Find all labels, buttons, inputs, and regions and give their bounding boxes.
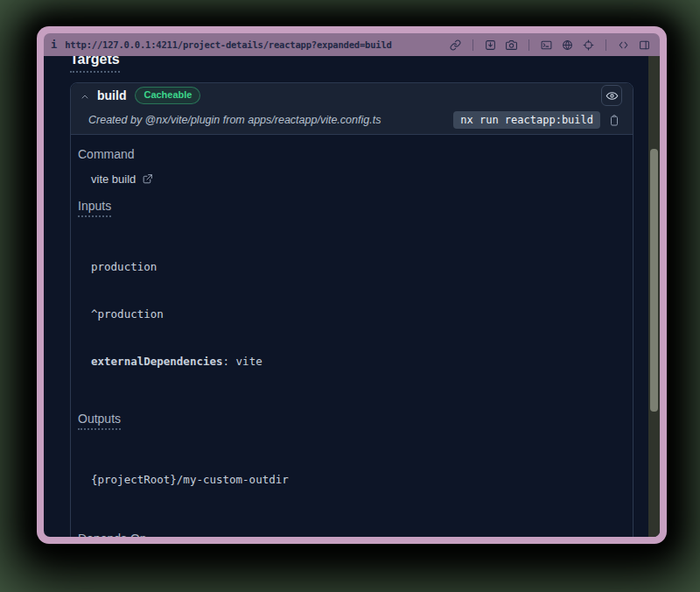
output-item: {projectRoot}/my-custom-outdir [91, 472, 626, 488]
device-split-icon[interactable] [638, 39, 651, 52]
scrollbar-thumb[interactable] [650, 149, 658, 412]
created-by-row: Created by @nx/vite/plugin from apps/rea… [71, 108, 633, 134]
toolbar-divider [528, 39, 529, 51]
info-icon: i [51, 39, 57, 51]
eye-icon [606, 89, 619, 102]
view-in-graph-button[interactable] [601, 85, 622, 106]
terminal-icon[interactable] [540, 39, 553, 52]
created-by-text: Created by @nx/vite/plugin from apps/rea… [88, 114, 381, 126]
chevron-up-icon [80, 90, 90, 101]
toolbar-divider [606, 39, 606, 51]
target-card-build: build Cacheable Created by @nx/vite/plug… [70, 82, 634, 537]
url-bar[interactable]: http://127.0.0.1:4211/project-details/re… [65, 39, 391, 50]
browser-toolbar: i http://127.0.0.1:4211/project-details/… [44, 33, 660, 56]
depends-on-heading: Depends On [78, 532, 626, 537]
target-name: build [97, 88, 126, 102]
copy-button[interactable] [608, 114, 620, 127]
cacheable-badge: Cacheable [135, 87, 200, 103]
link-icon[interactable] [449, 39, 462, 52]
build-target-details: Command vite build Inputs production ^pr… [71, 135, 633, 537]
crosshair-icon[interactable] [582, 39, 595, 52]
command-value: vite build [91, 173, 136, 186]
input-item: production [91, 259, 626, 275]
outputs-list: {projectRoot}/my-custom-outdir [91, 440, 626, 519]
download-icon[interactable] [484, 39, 497, 52]
toolbar-icon-group [449, 39, 651, 52]
inputs-list: production ^production externalDependenc… [91, 228, 626, 401]
toolbar-divider [472, 39, 473, 51]
outputs-heading: Outputs [78, 412, 626, 430]
globe-icon[interactable] [561, 39, 574, 52]
build-target-header[interactable]: build Cacheable [71, 83, 633, 108]
run-command-chip: nx run reactapp:build [453, 111, 600, 129]
clipboard-icon [608, 114, 620, 127]
page-title: Targets [70, 56, 120, 73]
input-item: externalDependencies: vite [91, 354, 626, 370]
camera-icon[interactable] [505, 39, 518, 52]
open-config-button[interactable] [142, 173, 153, 185]
scrollbar-track[interactable] [648, 56, 660, 537]
page-content: Targets build Cacheable Created by @nx/v… [44, 56, 660, 537]
code-icon[interactable] [617, 39, 630, 52]
command-line: vite build [91, 173, 626, 186]
external-link-icon [142, 173, 153, 185]
inputs-heading: Inputs [78, 199, 626, 217]
browser-window: i http://127.0.0.1:4211/project-details/… [37, 26, 667, 544]
command-heading: Command [78, 147, 626, 161]
input-item: ^production [91, 307, 626, 322]
